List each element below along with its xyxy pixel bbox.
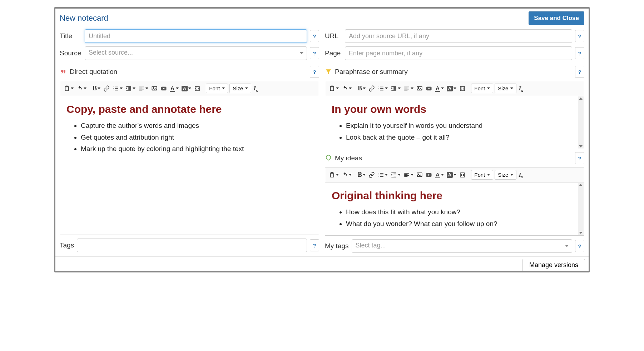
undo-icon[interactable] [341,84,352,93]
indent-icon[interactable] [390,170,401,180]
chevron-down-icon [300,52,303,54]
paraphrase-label: Paraphrase or summary [335,68,572,76]
bold-icon[interactable]: B [357,170,366,180]
list-item: What do you wonder? What can you follow … [346,219,575,229]
paste-icon[interactable] [328,170,340,180]
mytags-select[interactable]: Slect tag... [352,239,572,253]
ordered-list-icon[interactable] [112,84,123,93]
highlight-color-icon[interactable]: A [446,171,457,179]
save-and-close-button[interactable]: Save and Close [529,11,584,25]
text-color-icon[interactable]: A [434,170,445,180]
youtube-icon[interactable] [425,84,433,93]
ordered-list-icon[interactable] [377,84,388,93]
manage-versions-button[interactable]: Manage versions [522,259,585,271]
size-dropdown[interactable]: Size [495,170,516,180]
bold-icon[interactable]: B [357,83,366,94]
ordered-list-icon[interactable] [377,170,388,180]
modal-header: New notecard Save and Close [55,9,589,28]
editor-heading: Copy, paste and annotate here [66,101,312,117]
quotation-toolbar: B A A Font Size Ix [60,81,319,96]
scrollbar[interactable] [578,96,584,149]
paraphrase-editor[interactable]: In your own words Explain it to yourself… [325,96,584,149]
embed-icon[interactable] [459,170,466,180]
scrollbar[interactable] [578,183,584,235]
url-input[interactable] [345,29,572,43]
size-label: Size [498,172,508,178]
help-icon[interactable]: ? [575,152,584,164]
embed-icon[interactable] [459,84,466,93]
font-dropdown[interactable]: Font [471,84,493,93]
editor-list: Explain it to yourself in words you unde… [332,121,575,142]
link-icon[interactable] [368,84,376,93]
filter-icon [325,68,332,75]
link-icon[interactable] [368,170,376,180]
help-icon[interactable]: ? [310,66,319,78]
youtube-icon[interactable] [160,84,168,93]
scroll-up-icon [579,184,583,186]
scroll-down-icon [579,145,583,147]
text-color-icon[interactable]: A [169,84,179,93]
mytags-label: My tags [325,242,349,250]
indent-icon[interactable] [390,84,401,93]
scroll-down-icon [579,232,583,234]
modal-footer: Manage versions [55,256,589,271]
list-item: Look back at the quote – got it all? [346,132,575,143]
help-icon[interactable]: ? [310,239,319,251]
font-dropdown[interactable]: Font [206,84,228,93]
font-label: Font [474,172,485,178]
embed-icon[interactable] [193,84,201,93]
help-icon[interactable]: ? [575,240,584,252]
tags-row: Tags ? [60,239,319,252]
help-icon[interactable]: ? [575,30,584,42]
help-icon[interactable]: ? [575,47,584,59]
image-icon[interactable] [416,170,423,180]
quotation-editor[interactable]: Copy, paste and annotate here Capture th… [60,96,319,235]
list-item: Get quotes and attribution right [81,132,312,143]
image-icon[interactable] [416,84,423,93]
help-icon[interactable]: ? [310,30,319,42]
help-icon[interactable]: ? [575,66,584,78]
image-icon[interactable] [150,84,158,93]
mytags-row: My tags Slect tag... ? [325,239,584,253]
font-label: Font [474,85,485,91]
undo-icon[interactable] [341,170,352,180]
help-icon[interactable]: ? [310,47,319,59]
size-dropdown[interactable]: Size [495,84,516,93]
youtube-icon[interactable] [425,170,433,180]
clear-format-icon[interactable]: Ix [518,170,524,180]
scroll-up-icon [579,97,583,100]
title-input[interactable] [85,29,307,43]
list-item: Explain it to yourself in words you unde… [346,121,575,131]
font-dropdown[interactable]: Font [471,170,493,180]
page-input[interactable] [345,46,572,60]
paste-icon[interactable] [63,84,74,93]
lightbulb-icon [325,155,332,162]
clear-format-icon[interactable]: Ix [518,84,524,94]
list-item: How does this fit with what you know? [346,207,575,217]
paste-icon[interactable] [328,84,340,93]
url-row: URL ? [325,29,584,43]
editor-list: Capture the author's words and images Ge… [66,121,312,154]
ideas-editor[interactable]: Original thinking here How does this fit… [325,182,584,236]
align-icon[interactable] [403,170,414,180]
indent-icon[interactable] [125,84,136,93]
align-icon[interactable] [138,84,149,93]
ideas-label: My ideas [335,154,572,162]
highlight-color-icon[interactable]: A [446,84,457,93]
highlight-color-icon[interactable]: A [181,84,192,93]
clear-format-icon[interactable]: Ix [253,84,258,94]
source-select[interactable]: Select source... [85,46,307,60]
url-label: URL [325,32,342,40]
title-label: Title [60,32,82,40]
size-label: Size [233,85,243,91]
font-label: Font [209,85,220,91]
paraphrase-toolbar: B A A Font Size Ix [325,81,584,96]
bold-icon[interactable]: B [92,83,101,94]
tags-input[interactable] [77,239,307,252]
text-color-icon[interactable]: A [434,84,445,93]
undo-icon[interactable] [76,84,87,93]
align-icon[interactable] [403,84,414,93]
ideas-toolbar: B A A Font Size Ix [325,167,584,182]
size-dropdown[interactable]: Size [229,84,251,93]
link-icon[interactable] [103,84,110,93]
